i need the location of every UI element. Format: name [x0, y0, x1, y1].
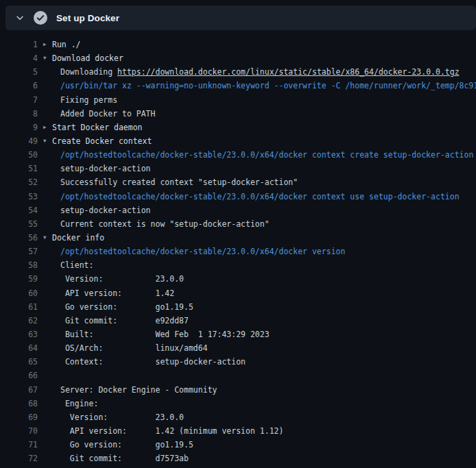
step-header[interactable]: Set up Docker — [5, 5, 476, 30]
line-content: Version: 23.0.0 — [43, 272, 184, 286]
line-number[interactable]: 69 — [0, 410, 38, 424]
line-number[interactable]: 61 — [0, 300, 38, 314]
command-text: /opt/hostedtoolcache/docker-stable/23.0.… — [60, 192, 460, 201]
line-number[interactable]: 62 — [0, 314, 38, 328]
group-collapsed-arrow-icon[interactable]: ▶ — [43, 121, 52, 134]
log-group-line[interactable]: 1▶Run ./ — [0, 38, 476, 51]
command-text: /usr/bin/tar xz --warning=no-unknown-key… — [60, 81, 476, 90]
log-line: 69 Version: 23.0.0 — [0, 410, 476, 424]
line-content: /usr/bin/tar xz --warning=no-unknown-key… — [43, 79, 476, 93]
line-content: Engine: — [43, 397, 98, 410]
line-number[interactable]: 70 — [0, 424, 38, 438]
line-content: Version: 23.0.0 — [43, 410, 184, 424]
line-number[interactable]: 7 — [0, 93, 38, 107]
log-text: Go version: go1.19.5 — [60, 302, 193, 312]
line-number[interactable]: 8 — [0, 107, 38, 121]
log-text: Version: 23.0.0 — [60, 274, 184, 284]
line-number[interactable]: 54 — [0, 204, 38, 217]
log-line: 57/opt/hostedtoolcache/docker-stable/23.… — [0, 245, 476, 258]
group-expanded-arrow-icon[interactable]: ▼ — [43, 231, 52, 245]
log-line: 55Current context is now "setup-docker-a… — [0, 217, 476, 231]
line-number[interactable]: 64 — [0, 341, 38, 355]
log-line: 64 OS/Arch: linux/amd64 — [0, 341, 476, 355]
log-text: Git commit: e92dd87 — [60, 316, 189, 325]
group-title: Start Docker daemon — [52, 123, 143, 132]
line-content: setup-docker-action — [43, 204, 151, 217]
line-number[interactable]: 57 — [0, 245, 38, 258]
line-number[interactable]: 49 — [0, 134, 38, 148]
log-text: API version: 1.42 — [60, 288, 174, 298]
log-line: 70 API version: 1.42 (minimum version 1.… — [0, 424, 476, 438]
line-content: ▶Run ./ — [43, 38, 81, 51]
line-number[interactable]: 66 — [0, 369, 38, 382]
line-content: Git commit: e92dd87 — [43, 314, 189, 328]
log-line: 58Client: — [0, 258, 476, 272]
line-number[interactable]: 53 — [0, 190, 38, 204]
log-text: setup-docker-action — [60, 206, 151, 215]
line-number[interactable]: 4 — [0, 51, 38, 65]
command-text: /opt/hostedtoolcache/docker-stable/23.0.… — [60, 247, 345, 256]
log-group-line[interactable]: 56▼Docker info — [0, 231, 476, 245]
log-text: Git commit: d7573ab — [60, 454, 189, 463]
line-number[interactable]: 51 — [0, 162, 38, 175]
line-number[interactable]: 63 — [0, 328, 38, 341]
line-number[interactable]: 59 — [0, 272, 38, 286]
log-line: 52Successfully created context "setup-do… — [0, 175, 476, 189]
log-text: Fixing perms — [60, 95, 117, 105]
line-content: ▼Docker info — [43, 231, 104, 245]
line-number[interactable]: 55 — [0, 217, 38, 231]
log-link[interactable]: https://download.docker.com/linux/static… — [117, 67, 460, 77]
log-group-line[interactable]: 4▼Download docker — [0, 51, 476, 65]
log-line: 62 Git commit: e92dd87 — [0, 314, 476, 328]
line-number[interactable]: 56 — [0, 231, 38, 245]
line-number[interactable]: 1 — [0, 38, 38, 51]
log-line: 51setup-docker-action — [0, 162, 476, 175]
log-group-line[interactable]: 9▶Start Docker daemon — [0, 121, 476, 134]
line-number[interactable]: 52 — [0, 175, 38, 189]
line-number[interactable]: 68 — [0, 397, 38, 410]
line-content: Go version: go1.19.5 — [43, 300, 193, 314]
log-text: Client: — [60, 260, 93, 270]
log-line: 68 Engine: — [0, 397, 476, 410]
line-number[interactable]: 9 — [0, 121, 38, 134]
line-content: API version: 1.42 — [43, 286, 174, 300]
line-content: Go version: go1.19.5 — [43, 438, 193, 452]
group-expanded-arrow-icon[interactable]: ▼ — [43, 134, 52, 148]
line-content: OS/Arch: linux/amd64 — [43, 341, 208, 355]
line-number[interactable]: 60 — [0, 286, 38, 300]
log-text: Engine: — [60, 399, 98, 408]
log-line: 71 Go version: go1.19.5 — [0, 438, 476, 452]
line-content: Server: Docker Engine - Community — [43, 383, 217, 397]
log-group-line[interactable]: 49▼Create Docker context — [0, 134, 476, 148]
line-number[interactable]: 65 — [0, 355, 38, 369]
line-content: Added Docker to PATH — [43, 107, 155, 121]
line-number[interactable]: 6 — [0, 79, 38, 93]
log-text: Built: Wed Feb 1 17:43:29 2023 — [60, 330, 270, 339]
group-collapsed-arrow-icon[interactable]: ▶ — [43, 38, 52, 51]
line-number[interactable]: 71 — [0, 438, 38, 452]
log-text: Context: setup-docker-action — [60, 357, 246, 367]
log-line: 5Downloading https://download.docker.com… — [0, 65, 476, 79]
log-line: 59 Version: 23.0.0 — [0, 272, 476, 286]
log-text: API version: 1.42 (minimum version 1.12) — [60, 426, 283, 436]
line-number[interactable]: 5 — [0, 65, 38, 79]
log-text: Current context is now "setup-docker-act… — [60, 219, 270, 229]
line-number[interactable]: 50 — [0, 148, 38, 162]
log-line: 67Server: Docker Engine - Community — [0, 383, 476, 397]
line-number[interactable]: 58 — [0, 258, 38, 272]
check-circle-icon — [34, 11, 47, 25]
group-expanded-arrow-icon[interactable]: ▼ — [43, 51, 52, 65]
line-content: Client: — [43, 258, 93, 272]
line-content: Fixing perms — [43, 93, 117, 107]
log-line: 6/usr/bin/tar xz --warning=no-unknown-ke… — [0, 79, 476, 93]
line-content: /opt/hostedtoolcache/docker-stable/23.0.… — [43, 148, 473, 162]
line-number[interactable]: 67 — [0, 383, 38, 397]
line-content: ▼Create Docker context — [43, 134, 152, 148]
step-title: Set up Docker — [56, 13, 119, 23]
line-content: Built: Wed Feb 1 17:43:29 2023 — [43, 328, 270, 341]
line-content: API version: 1.42 (minimum version 1.12) — [43, 424, 283, 438]
chevron-down-icon[interactable] — [15, 13, 25, 23]
log-text: Go version: go1.19.5 — [60, 440, 193, 449]
line-number[interactable]: 72 — [0, 452, 38, 465]
workflow-log-page: { "header": { "title": "Set up Docker", … — [0, 0, 476, 468]
